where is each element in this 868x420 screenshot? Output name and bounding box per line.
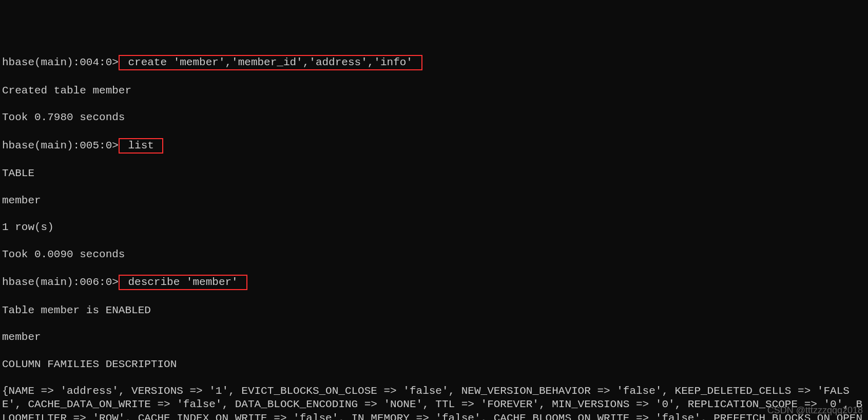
output-rows-1: 1 row(s) <box>2 221 866 234</box>
prompt-4: hbase(main):004:0> <box>2 56 119 68</box>
watermark-text: CSDN @tttzzzqqq2018 <box>767 405 863 416</box>
output-took-1: Took 0.7980 seconds <box>2 111 866 124</box>
output-created-table: Created table member <box>2 84 866 98</box>
command-create-highlight: create 'member','member_id','address','i… <box>119 55 422 70</box>
output-column-family-address: {NAME => 'address', VERSIONS => '1', EVI… <box>2 385 866 420</box>
command-list-highlight: list <box>119 138 164 154</box>
output-member-name: member <box>2 331 866 344</box>
prompt-6: hbase(main):006:0> <box>2 276 119 288</box>
terminal-line-prompt-4: hbase(main):004:0> create 'member','memb… <box>2 55 866 70</box>
output-table-enabled: Table member is ENABLED <box>2 304 866 317</box>
output-table-header: TABLE <box>2 167 866 180</box>
command-describe-highlight: describe 'member' <box>119 275 247 290</box>
terminal-line-prompt-5: hbase(main):005:0> list <box>2 138 866 154</box>
output-took-2: Took 0.0090 seconds <box>2 248 866 261</box>
terminal-line-prompt-6: hbase(main):006:0> describe 'member' <box>2 275 866 290</box>
output-column-families-header: COLUMN FAMILIES DESCRIPTION <box>2 358 866 371</box>
output-table-row-member: member <box>2 194 866 207</box>
prompt-5: hbase(main):005:0> <box>2 140 119 151</box>
